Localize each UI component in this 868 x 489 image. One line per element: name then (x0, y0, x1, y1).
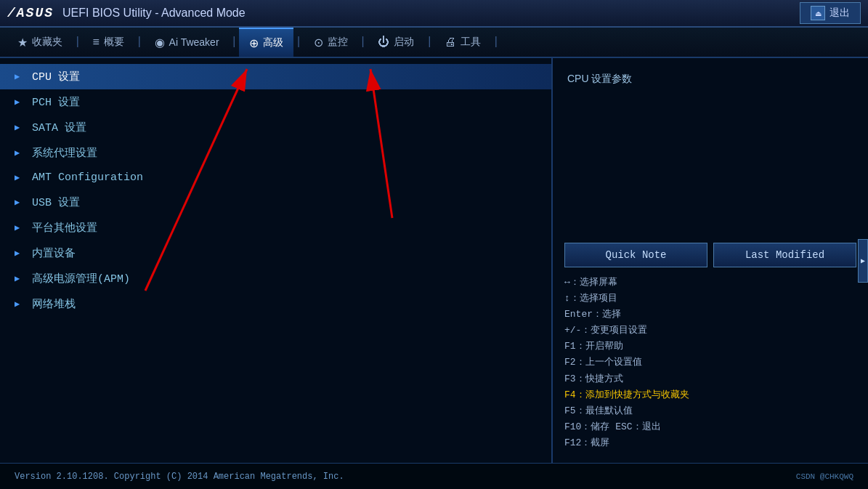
menu-item-platform[interactable]: ▶ 平台其他设置 (0, 215, 551, 241)
shortcut-list: ↔：选择屏幕 ↕：选择项目 Enter：选择 +/-：变更项目设置 F1：开启帮… (564, 275, 856, 451)
right-panel: CPU 设置参数 Quick Note Last Modified ↔：选择屏幕… (552, 58, 868, 463)
shortcut-f3: F3：快捷方式 (564, 371, 856, 387)
arrow-icon-pch: ▶ (15, 97, 25, 108)
last-modified-button[interactable]: Last Modified (713, 243, 856, 267)
watermark: CSDN @CHKQWQ (796, 472, 853, 481)
arrow-icon-cpu: ▶ (15, 71, 25, 82)
arrow-icon-usb: ▶ (15, 197, 25, 208)
exit-button[interactable]: ⏏ 退出 (800, 2, 861, 24)
nav-divider-5: | (358, 36, 368, 49)
nav-item-overview[interactable]: ≡ 概要 (83, 28, 134, 57)
button-row: Quick Note Last Modified (564, 243, 856, 267)
nav-divider-2: | (134, 36, 145, 49)
title-left: /ASUS UEFI BIOS Utility - Advanced Mode (7, 6, 246, 20)
shortcut-f2: F2：上一个设置值 (564, 355, 856, 371)
arrow-icon-sa: ▶ (15, 147, 25, 158)
menu-item-amt[interactable]: ▶ AMT Configuration (0, 166, 551, 190)
quick-note-button[interactable]: Quick Note (564, 243, 707, 267)
menu-item-network[interactable]: ▶ 网络堆栈 (0, 291, 551, 317)
shortcut-change: +/-：变更项目设置 (564, 323, 856, 339)
menu-item-pch[interactable]: ▶ PCH 设置 (0, 89, 551, 115)
side-tab[interactable]: ▶ (858, 239, 868, 283)
shortcut-f12: F12：截屏 (564, 435, 856, 451)
shortcut-select-screen: ↔：选择屏幕 (564, 275, 856, 291)
list-icon: ≡ (93, 36, 100, 49)
nav-item-tools[interactable]: 🖨 工具 (434, 28, 491, 57)
title-text: UEFI BIOS Utility - Advanced Mode (62, 7, 246, 20)
menu-item-cpu[interactable]: ▶ CPU 设置 (0, 64, 551, 89)
arrow-icon-network: ▶ (15, 299, 25, 310)
left-panel: ▶ CPU 设置 ▶ PCH 设置 ▶ SATA 设置 ▶ 系统代理设置 ▶ A… (0, 58, 552, 463)
nav-item-boot[interactable]: ⏻ 启动 (368, 28, 424, 57)
monitor-icon: ⊙ (314, 36, 323, 49)
nav-item-advanced[interactable]: ⊕ 高级 (239, 28, 293, 57)
ai-icon: ◉ (155, 36, 165, 49)
nav-divider-4: | (293, 36, 304, 49)
shortcut-f5: F5：最佳默认值 (564, 403, 856, 419)
boot-icon: ⏻ (378, 36, 389, 49)
asus-logo: /ASUS (7, 6, 54, 20)
menu-item-apm[interactable]: ▶ 高级电源管理(APM) (0, 266, 551, 291)
shortcut-enter: Enter：选择 (564, 307, 856, 323)
nav-divider-6: | (424, 36, 434, 49)
nav-item-favorites[interactable]: ★ 收藏夹 (7, 28, 73, 57)
title-bar: /ASUS UEFI BIOS Utility - Advanced Mode … (0, 0, 868, 28)
shortcut-f10: F10：储存 ESC：退出 (564, 419, 856, 435)
menu-item-builtin[interactable]: ▶ 内置设备 (0, 241, 551, 266)
main-content: ▶ CPU 设置 ▶ PCH 设置 ▶ SATA 设置 ▶ 系统代理设置 ▶ A… (0, 58, 868, 463)
nav-item-monitor[interactable]: ⊙ 监控 (304, 28, 358, 57)
arrow-icon-builtin: ▶ (15, 248, 25, 259)
nav-divider-3: | (230, 36, 240, 49)
menu-item-usb[interactable]: ▶ USB 设置 (0, 190, 551, 215)
shortcut-select-item: ↕：选择项目 (564, 291, 856, 307)
advanced-icon: ⊕ (249, 36, 259, 50)
nav-bar: ★ 收藏夹 | ≡ 概要 | ◉ Ai Tweaker | ⊕ 高级 | ⊙ 监… (0, 28, 868, 58)
shortcut-f1: F1：开启帮助 (564, 339, 856, 355)
arrow-icon-amt: ▶ (15, 172, 25, 183)
menu-item-system-agent[interactable]: ▶ 系统代理设置 (0, 140, 551, 166)
arrow-icon-platform: ▶ (15, 222, 25, 233)
arrow-icon-sata: ▶ (15, 122, 25, 133)
tools-icon: 🖨 (445, 36, 456, 49)
exit-icon: ⏏ (811, 6, 825, 20)
version-text: Version 2.10.1208. Copyright (C) 2014 Am… (15, 472, 344, 482)
star-icon: ★ (17, 36, 28, 49)
arrow-icon-apm: ▶ (15, 273, 25, 284)
nav-divider-1: | (73, 36, 83, 49)
description-area: CPU 设置参数 (564, 70, 856, 230)
nav-item-ai-tweaker[interactable]: ◉ Ai Tweaker (145, 28, 230, 57)
footer: Version 2.10.1208. Copyright (C) 2014 Am… (0, 463, 868, 489)
menu-item-sata[interactable]: ▶ SATA 设置 (0, 115, 551, 140)
shortcut-f4: F4：添加到快捷方式与收藏夹 (564, 387, 856, 403)
nav-divider-7: | (491, 36, 501, 49)
